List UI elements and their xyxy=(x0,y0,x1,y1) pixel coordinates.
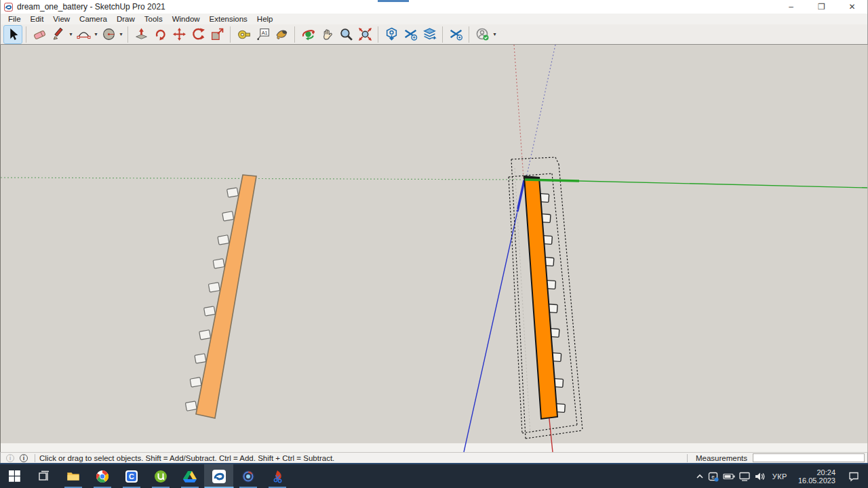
start-button[interactable] xyxy=(0,464,29,488)
menu-window[interactable]: Window xyxy=(167,14,205,24)
status-message: Click or drag to select objects. Shift =… xyxy=(39,454,683,462)
statusbar-separator xyxy=(35,454,35,462)
utorrent-icon xyxy=(154,470,167,483)
menu-edit[interactable]: Edit xyxy=(26,14,49,24)
move-icon xyxy=(172,27,186,41)
network-display-icon[interactable] xyxy=(739,472,751,481)
menu-view[interactable]: View xyxy=(48,14,75,24)
speaker-icon[interactable] xyxy=(755,472,766,481)
clock-time: 20:24 xyxy=(798,468,835,476)
c-app-icon: C xyxy=(125,470,138,483)
circle-tool-button[interactable] xyxy=(100,26,117,43)
background-window-strip[interactable] xyxy=(378,0,409,2)
zoom-icon xyxy=(339,27,353,41)
title-bar: dream_one_battery - SketchUp Pro 2021 – … xyxy=(0,0,868,14)
language-indicator[interactable]: УКР xyxy=(770,472,790,481)
windows-logo-icon xyxy=(9,470,20,482)
account-person-icon xyxy=(475,27,490,41)
pan-tool-button[interactable] xyxy=(318,26,336,43)
tape-measure-icon xyxy=(237,27,251,41)
sketchup-app-button[interactable] xyxy=(204,464,233,488)
crossed-tools-gear-icon xyxy=(449,27,463,41)
clock[interactable]: 20:24 16.05.2023 xyxy=(794,468,840,485)
trimble-connect-button[interactable] xyxy=(382,26,400,43)
menu-extensions[interactable]: Extensions xyxy=(205,14,252,24)
statusbar-separator xyxy=(687,454,688,462)
toolbar-separator xyxy=(294,26,295,43)
orbit-tool-button[interactable] xyxy=(299,26,317,43)
tray-chevron-icon[interactable] xyxy=(696,472,704,481)
svg-text:C: C xyxy=(129,472,134,481)
eraser-tool-button[interactable] xyxy=(31,26,48,43)
select-tool-button[interactable] xyxy=(4,26,22,43)
account-caret[interactable]: ▾ xyxy=(492,31,498,37)
green-axis-thick xyxy=(525,180,579,181)
cut-app-button[interactable] xyxy=(262,464,292,488)
share-component-button[interactable] xyxy=(447,26,465,43)
close-button[interactable]: ✕ xyxy=(837,0,867,14)
scene-canvas[interactable] xyxy=(1,45,867,452)
menu-draw[interactable]: Draw xyxy=(112,14,140,24)
file-explorer-button[interactable] xyxy=(58,464,87,488)
pan-hand-icon xyxy=(320,27,334,41)
menu-bar: File Edit View Camera Draw Tools Window … xyxy=(0,14,868,24)
tape-measure-tool-button[interactable] xyxy=(235,26,252,43)
follow-me-tool-button[interactable] xyxy=(151,26,169,43)
right-board-group[interactable] xyxy=(524,176,565,419)
menu-help[interactable]: Help xyxy=(252,14,278,24)
chrome-button[interactable] xyxy=(87,464,117,488)
restore-button[interactable]: ❐ xyxy=(806,0,837,14)
zoom-tool-button[interactable] xyxy=(337,26,355,43)
menu-tools[interactable]: Tools xyxy=(140,14,167,24)
measurements-input[interactable] xyxy=(753,453,865,462)
minimize-button[interactable]: – xyxy=(776,0,806,14)
arc-tool-caret[interactable]: ▾ xyxy=(93,31,99,37)
green-axis-line xyxy=(579,181,867,188)
model-viewport[interactable] xyxy=(0,45,868,452)
cut-app-icon xyxy=(271,470,284,483)
ground-fog-band xyxy=(1,443,867,452)
rotate-tool-button[interactable] xyxy=(189,26,207,43)
battery-icon[interactable] xyxy=(723,472,735,481)
info-icon[interactable]: i xyxy=(20,454,28,462)
account-button[interactable] xyxy=(473,26,491,43)
action-center-icon[interactable] xyxy=(844,471,864,482)
clock-date: 16.05.2023 xyxy=(798,476,835,485)
send-to-layout-button[interactable] xyxy=(420,26,438,43)
toolbar-separator xyxy=(26,26,26,43)
push-pull-icon xyxy=(134,27,149,41)
right-board-selected[interactable] xyxy=(524,176,557,419)
eraser-icon xyxy=(33,27,47,41)
share-model-button[interactable] xyxy=(401,26,419,43)
svg-text:A1: A1 xyxy=(261,30,267,36)
menu-camera[interactable]: Camera xyxy=(75,14,112,24)
arc-icon xyxy=(77,27,91,41)
layers-share-icon xyxy=(422,27,437,41)
zoom-extents-tool-button[interactable] xyxy=(356,26,374,43)
paint-bucket-tool-button[interactable] xyxy=(273,26,290,43)
task-view-icon xyxy=(38,470,50,483)
left-board[interactable] xyxy=(196,175,256,418)
geolocation-icon[interactable]: i xyxy=(6,454,14,462)
task-view-button[interactable] xyxy=(29,464,58,488)
google-drive-icon xyxy=(183,470,197,483)
arc-tool-button[interactable] xyxy=(75,26,92,43)
line-tool-caret[interactable]: ▾ xyxy=(68,31,74,37)
text-tool-button[interactable]: A1 xyxy=(254,26,271,43)
disc-app-icon xyxy=(241,470,255,483)
sketchup-window: dream_one_battery - SketchUp Pro 2021 – … xyxy=(0,0,868,488)
tray-app-icon[interactable]: e xyxy=(708,471,719,482)
disc-app-button[interactable] xyxy=(233,464,262,488)
circle-tool-caret[interactable]: ▾ xyxy=(118,31,124,37)
menu-file[interactable]: File xyxy=(3,14,26,24)
move-tool-button[interactable] xyxy=(170,26,188,43)
left-board-group[interactable] xyxy=(185,175,256,418)
push-pull-tool-button[interactable] xyxy=(132,26,150,43)
line-tool-button[interactable] xyxy=(50,26,67,43)
scale-tool-button[interactable] xyxy=(208,26,226,43)
blue-axis-line xyxy=(464,211,517,452)
c-app-button[interactable]: C xyxy=(117,464,146,488)
utorrent-button[interactable] xyxy=(146,464,175,488)
google-drive-button[interactable] xyxy=(175,464,204,488)
blue-axis-dotted xyxy=(526,45,555,178)
